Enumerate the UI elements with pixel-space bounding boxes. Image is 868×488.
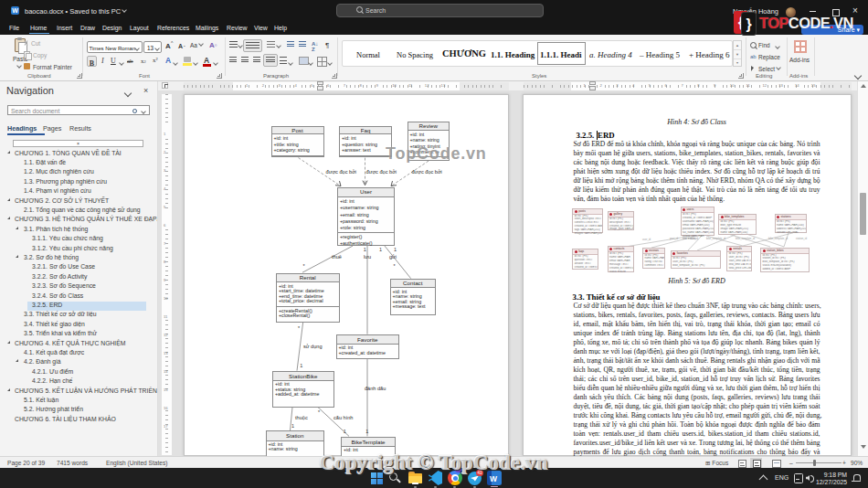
- svg-text:bike_template_id: bike_template_id: [768, 237, 789, 240]
- svg-text:post_id: post_id: [670, 237, 678, 240]
- svg-text:bike_template_id: bike_template_id: [736, 237, 756, 240]
- svg-text:station_id: station_id: [796, 237, 807, 240]
- svg-text:user_id: user_id: [642, 238, 651, 241]
